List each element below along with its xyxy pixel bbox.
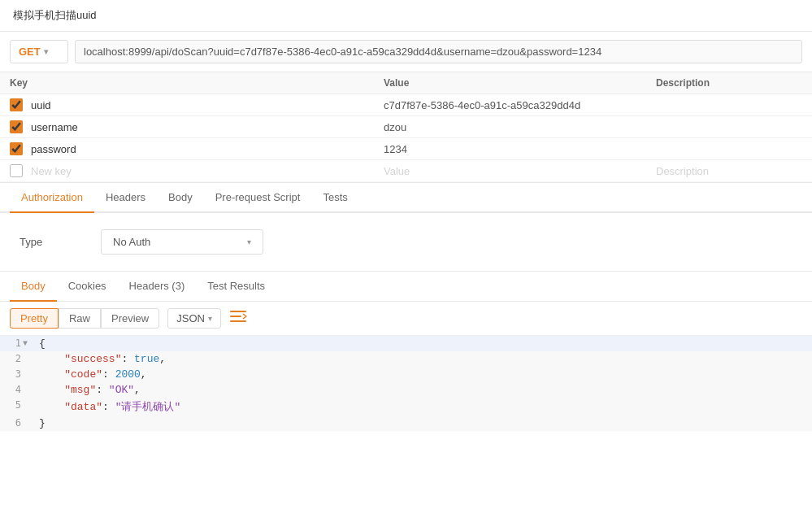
code-text: "success": true,	[39, 353, 166, 365]
code-line-1: 1 ▼ {	[0, 336, 812, 351]
chevron-down-icon: ▾	[247, 237, 251, 246]
line-number: 5	[7, 399, 21, 411]
auth-type-selected: No Auth	[113, 236, 150, 248]
title-bar: 模拟手机扫描uuid	[0, 0, 812, 32]
response-tabs: Body Cookies Headers (3) Test Results	[0, 272, 812, 302]
param-value-text: c7d7f87e-5386-4ec0-a91c-a59ca329dd4d	[384, 99, 656, 111]
col-desc-header: Description	[656, 77, 802, 89]
col-key-header: Key	[10, 77, 384, 89]
wrap-icon[interactable]	[229, 309, 247, 328]
url-bar: GET ▾	[0, 32, 812, 72]
request-tabs: Authorization Headers Body Pre-request S…	[0, 183, 812, 213]
line-number: 4	[7, 384, 21, 395]
line-number: 1	[7, 337, 21, 349]
chevron-down-icon: ▾	[44, 47, 48, 56]
response-tab-test-results[interactable]: Test Results	[196, 272, 276, 302]
line-number: 2	[7, 353, 21, 364]
code-line-2: 2 "success": true,	[0, 351, 812, 367]
svg-rect-2	[230, 320, 246, 322]
expand-btn[interactable]: ▼	[23, 339, 28, 348]
param-key-cell: username	[10, 120, 384, 133]
table-row-new: New key Value Description	[0, 160, 812, 182]
table-row: username dzou	[0, 116, 812, 138]
param-key-text: uuid	[31, 99, 51, 111]
param-key-text: password	[31, 143, 76, 155]
code-line-5: 5 "data": "请手机确认"	[0, 398, 812, 416]
tab-authorization[interactable]: Authorization	[10, 183, 94, 213]
param-desc-placeholder: Description	[656, 165, 802, 177]
line-number: 3	[7, 368, 21, 380]
auth-type-label: Type	[20, 236, 85, 248]
param-value-text: 1234	[384, 143, 656, 155]
col-value-header: Value	[384, 77, 656, 89]
code-text: "code": 2000,	[39, 368, 147, 381]
param-checkbox[interactable]	[10, 142, 23, 155]
param-checkbox[interactable]	[10, 120, 23, 133]
param-value-placeholder: Value	[384, 165, 656, 177]
method-label: GET	[19, 46, 41, 58]
tab-headers[interactable]: Headers	[94, 183, 157, 213]
svg-rect-0	[230, 311, 246, 312]
response-tab-cookies[interactable]: Cookies	[57, 272, 118, 302]
code-text: }	[39, 417, 46, 429]
tab-tests[interactable]: Tests	[311, 183, 358, 213]
param-key-cell-new: New key	[10, 164, 384, 177]
auth-section: Type No Auth ▾	[0, 213, 812, 272]
code-line-6: 6 }	[0, 416, 812, 431]
param-value-text: dzou	[384, 121, 656, 133]
json-format-dropdown[interactable]: JSON ▾	[167, 308, 221, 329]
code-text: {	[39, 337, 46, 350]
param-key-cell: password	[10, 142, 384, 155]
format-preview-btn[interactable]: Preview	[101, 308, 159, 329]
chevron-down-icon: ▾	[208, 314, 212, 323]
method-dropdown[interactable]: GET ▾	[10, 40, 68, 63]
code-text: "data": "请手机确认"	[39, 399, 180, 414]
table-row: password 1234	[0, 138, 812, 160]
code-text: "msg": "OK",	[39, 384, 141, 396]
code-line-4: 4 "msg": "OK",	[0, 382, 812, 398]
param-checkbox-new[interactable]	[10, 164, 23, 177]
param-key-cell: uuid	[10, 98, 384, 111]
auth-type-dropdown[interactable]: No Auth ▾	[101, 229, 263, 255]
json-label: JSON	[176, 312, 205, 324]
param-checkbox[interactable]	[10, 98, 23, 111]
tab-pre-request-script[interactable]: Pre-request Script	[204, 183, 312, 213]
response-tab-headers[interactable]: Headers (3)	[118, 272, 197, 302]
format-pretty-btn[interactable]: Pretty	[10, 308, 59, 329]
response-tab-body[interactable]: Body	[10, 272, 57, 302]
url-input[interactable]	[75, 40, 802, 63]
line-number: 6	[7, 417, 21, 429]
code-line-3: 3 "code": 2000,	[0, 367, 812, 382]
tab-body[interactable]: Body	[157, 183, 204, 213]
page-title: 模拟手机扫描uuid	[13, 9, 97, 21]
format-bar: Pretty Raw Preview JSON ▾	[0, 302, 812, 336]
table-row: uuid c7d7f87e-5386-4ec0-a91c-a59ca329dd4…	[0, 94, 812, 116]
params-header: Key Value Description	[0, 72, 812, 94]
svg-rect-1	[230, 316, 241, 317]
format-raw-btn[interactable]: Raw	[59, 308, 101, 329]
param-key-placeholder: New key	[31, 165, 72, 177]
code-output: 1 ▼ { 2 "success": true, 3 "code": 2000,…	[0, 336, 812, 431]
param-key-text: username	[31, 121, 78, 133]
params-section: Key Value Description uuid c7d7f87e-5386…	[0, 72, 812, 183]
